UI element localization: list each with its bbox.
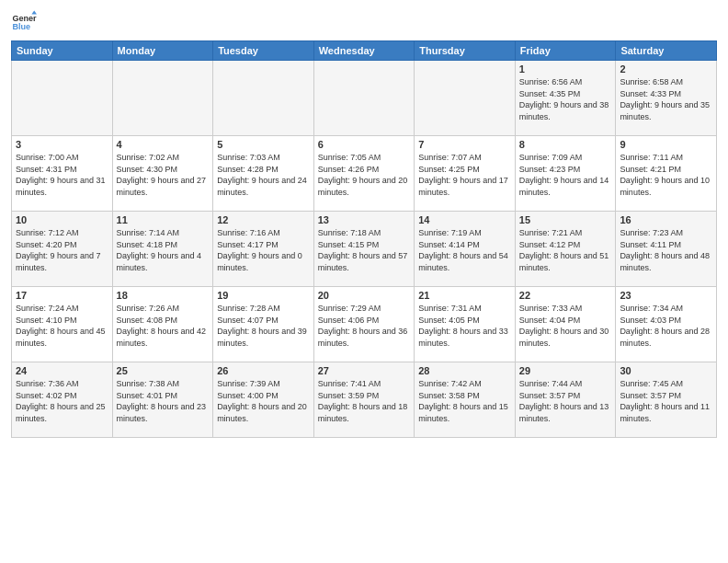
calendar-cell: 28Sunrise: 7:42 AM Sunset: 3:58 PM Dayli… [415, 362, 516, 438]
day-info: Sunrise: 7:03 AM Sunset: 4:28 PM Dayligh… [217, 152, 310, 198]
page-container: General Blue SundayMondayTuesdayWednesda… [0, 0, 728, 563]
day-number: 28 [418, 365, 511, 376]
calendar-cell: 15Sunrise: 7:21 AM Sunset: 4:12 PM Dayli… [515, 212, 616, 287]
day-number: 14 [418, 214, 511, 225]
day-number: 6 [318, 139, 411, 150]
day-number: 25 [117, 365, 210, 376]
calendar-cell: 20Sunrise: 7:29 AM Sunset: 4:06 PM Dayli… [313, 287, 415, 362]
calendar-cell: 1Sunrise: 6:56 AM Sunset: 4:35 PM Daylig… [515, 61, 616, 136]
day-info: Sunrise: 7:38 AM Sunset: 4:01 PM Dayligh… [117, 378, 210, 424]
weekday-header-tuesday: Tuesday [213, 41, 314, 61]
calendar-cell: 4Sunrise: 7:02 AM Sunset: 4:30 PM Daylig… [112, 136, 213, 212]
weekday-header-friday: Friday [515, 41, 616, 61]
day-info: Sunrise: 7:33 AM Sunset: 4:04 PM Dayligh… [519, 303, 612, 349]
calendar-cell: 6Sunrise: 7:05 AM Sunset: 4:26 PM Daylig… [313, 136, 415, 212]
day-number: 24 [16, 365, 108, 376]
calendar-cell: 23Sunrise: 7:34 AM Sunset: 4:03 PM Dayli… [616, 287, 717, 362]
day-number: 23 [620, 290, 712, 301]
day-number: 7 [418, 139, 511, 150]
day-info: Sunrise: 7:36 AM Sunset: 4:02 PM Dayligh… [16, 378, 108, 424]
day-number: 3 [16, 139, 108, 150]
calendar-cell: 8Sunrise: 7:09 AM Sunset: 4:23 PM Daylig… [515, 136, 616, 212]
calendar-cell: 26Sunrise: 7:39 AM Sunset: 4:00 PM Dayli… [213, 362, 314, 438]
day-info: Sunrise: 6:58 AM Sunset: 4:33 PM Dayligh… [620, 76, 712, 122]
day-number: 15 [519, 214, 612, 225]
day-info: Sunrise: 7:45 AM Sunset: 3:57 PM Dayligh… [620, 378, 712, 424]
day-info: Sunrise: 7:19 AM Sunset: 4:14 PM Dayligh… [418, 227, 511, 273]
calendar-cell [313, 61, 415, 136]
day-info: Sunrise: 7:29 AM Sunset: 4:06 PM Dayligh… [318, 303, 411, 349]
day-number: 27 [318, 365, 411, 376]
day-number: 18 [117, 290, 210, 301]
weekday-header-sunday: Sunday [12, 41, 113, 61]
day-info: Sunrise: 7:00 AM Sunset: 4:31 PM Dayligh… [16, 152, 108, 198]
calendar-cell: 27Sunrise: 7:41 AM Sunset: 3:59 PM Dayli… [313, 362, 415, 438]
calendar-cell: 22Sunrise: 7:33 AM Sunset: 4:04 PM Dayli… [515, 287, 616, 362]
weekday-header-monday: Monday [112, 41, 213, 61]
calendar-cell [112, 61, 213, 136]
logo-icon: General Blue [11, 9, 37, 35]
day-number: 11 [117, 214, 210, 225]
header: General Blue [11, 9, 717, 35]
day-info: Sunrise: 6:56 AM Sunset: 4:35 PM Dayligh… [519, 76, 612, 122]
weekday-header-thursday: Thursday [415, 41, 516, 61]
day-number: 29 [519, 365, 612, 376]
calendar-week-row: 10Sunrise: 7:12 AM Sunset: 4:20 PM Dayli… [12, 212, 717, 287]
logo: General Blue [11, 9, 37, 35]
calendar-cell: 25Sunrise: 7:38 AM Sunset: 4:01 PM Dayli… [112, 362, 213, 438]
calendar-cell: 29Sunrise: 7:44 AM Sunset: 3:57 PM Dayli… [515, 362, 616, 438]
day-info: Sunrise: 7:23 AM Sunset: 4:11 PM Dayligh… [620, 227, 712, 273]
calendar-cell: 13Sunrise: 7:18 AM Sunset: 4:15 PM Dayli… [313, 212, 415, 287]
calendar-cell: 14Sunrise: 7:19 AM Sunset: 4:14 PM Dayli… [415, 212, 516, 287]
calendar-week-row: 17Sunrise: 7:24 AM Sunset: 4:10 PM Dayli… [12, 287, 717, 362]
day-info: Sunrise: 7:28 AM Sunset: 4:07 PM Dayligh… [217, 303, 310, 349]
day-info: Sunrise: 7:07 AM Sunset: 4:25 PM Dayligh… [418, 152, 511, 198]
day-number: 30 [620, 365, 712, 376]
calendar-cell: 10Sunrise: 7:12 AM Sunset: 4:20 PM Dayli… [12, 212, 113, 287]
day-number: 2 [620, 63, 712, 75]
day-info: Sunrise: 7:14 AM Sunset: 4:18 PM Dayligh… [117, 227, 210, 273]
weekday-header-saturday: Saturday [616, 41, 717, 61]
calendar-week-row: 24Sunrise: 7:36 AM Sunset: 4:02 PM Dayli… [12, 362, 717, 438]
day-number: 20 [318, 290, 411, 301]
calendar-cell: 19Sunrise: 7:28 AM Sunset: 4:07 PM Dayli… [213, 287, 314, 362]
day-info: Sunrise: 7:24 AM Sunset: 4:10 PM Dayligh… [16, 303, 108, 349]
day-number: 26 [217, 365, 310, 376]
calendar-cell: 5Sunrise: 7:03 AM Sunset: 4:28 PM Daylig… [213, 136, 314, 212]
day-info: Sunrise: 7:18 AM Sunset: 4:15 PM Dayligh… [318, 227, 411, 273]
svg-marker-2 [31, 10, 37, 14]
day-info: Sunrise: 7:26 AM Sunset: 4:08 PM Dayligh… [117, 303, 210, 349]
calendar-cell [12, 61, 113, 136]
calendar-cell: 9Sunrise: 7:11 AM Sunset: 4:21 PM Daylig… [616, 136, 717, 212]
day-number: 17 [16, 290, 108, 301]
day-info: Sunrise: 7:12 AM Sunset: 4:20 PM Dayligh… [16, 227, 108, 273]
calendar-cell: 12Sunrise: 7:16 AM Sunset: 4:17 PM Dayli… [213, 212, 314, 287]
day-info: Sunrise: 7:21 AM Sunset: 4:12 PM Dayligh… [519, 227, 612, 273]
day-number: 9 [620, 139, 712, 150]
calendar-cell: 2Sunrise: 6:58 AM Sunset: 4:33 PM Daylig… [616, 61, 717, 136]
day-info: Sunrise: 7:39 AM Sunset: 4:00 PM Dayligh… [217, 378, 310, 424]
svg-text:Blue: Blue [12, 22, 30, 31]
day-number: 22 [519, 290, 612, 301]
calendar-cell [415, 61, 516, 136]
day-number: 13 [318, 214, 411, 225]
calendar-cell: 30Sunrise: 7:45 AM Sunset: 3:57 PM Dayli… [616, 362, 717, 438]
day-number: 5 [217, 139, 310, 150]
calendar-cell: 18Sunrise: 7:26 AM Sunset: 4:08 PM Dayli… [112, 287, 213, 362]
calendar-cell: 11Sunrise: 7:14 AM Sunset: 4:18 PM Dayli… [112, 212, 213, 287]
calendar-header-row: SundayMondayTuesdayWednesdayThursdayFrid… [12, 41, 717, 61]
day-info: Sunrise: 7:31 AM Sunset: 4:05 PM Dayligh… [418, 303, 511, 349]
calendar-cell: 7Sunrise: 7:07 AM Sunset: 4:25 PM Daylig… [415, 136, 516, 212]
day-number: 8 [519, 139, 612, 150]
calendar-week-row: 3Sunrise: 7:00 AM Sunset: 4:31 PM Daylig… [12, 136, 717, 212]
day-number: 1 [519, 63, 612, 75]
day-number: 21 [418, 290, 511, 301]
day-info: Sunrise: 7:34 AM Sunset: 4:03 PM Dayligh… [620, 303, 712, 349]
day-info: Sunrise: 7:02 AM Sunset: 4:30 PM Dayligh… [117, 152, 210, 198]
day-info: Sunrise: 7:09 AM Sunset: 4:23 PM Dayligh… [519, 152, 612, 198]
day-info: Sunrise: 7:44 AM Sunset: 3:57 PM Dayligh… [519, 378, 612, 424]
day-number: 16 [620, 214, 712, 225]
day-info: Sunrise: 7:11 AM Sunset: 4:21 PM Dayligh… [620, 152, 712, 198]
day-number: 12 [217, 214, 310, 225]
calendar-week-row: 1Sunrise: 6:56 AM Sunset: 4:35 PM Daylig… [12, 61, 717, 136]
